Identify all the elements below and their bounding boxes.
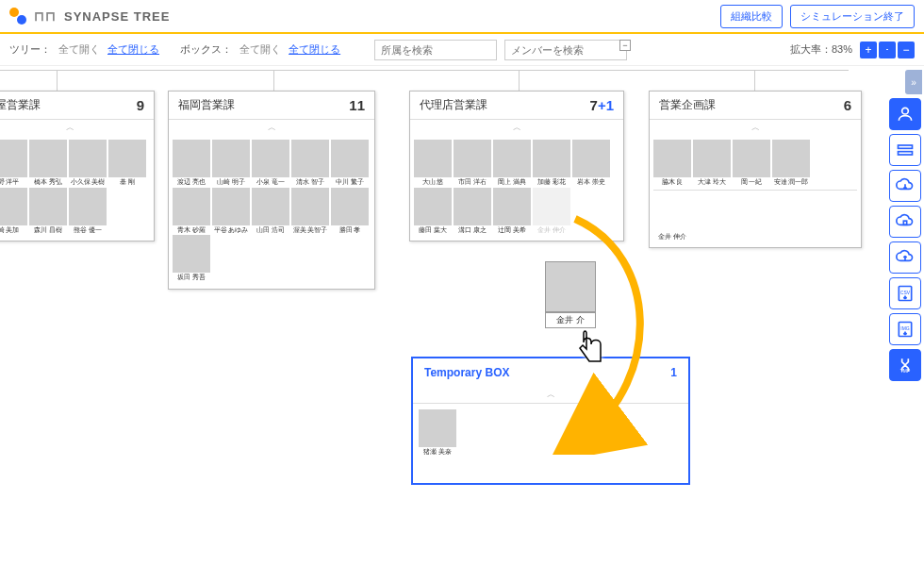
dept-title: 営業企画課 — [659, 97, 716, 113]
end-simulation-button[interactable]: シミュレーション終了 — [790, 5, 915, 28]
avatar — [69, 140, 107, 177]
org-compare-button[interactable]: 組織比較 — [720, 5, 783, 28]
dept-collapse-toggle[interactable]: ︿ — [169, 120, 374, 136]
member[interactable]: 基 剛 — [108, 140, 146, 186]
member[interactable]: 小泉 竜一 — [252, 140, 289, 186]
member[interactable]: 加藤 彩花 — [533, 140, 570, 186]
member[interactable]: 平谷 あゆみ — [212, 188, 250, 234]
avatar — [772, 140, 810, 177]
avatar — [331, 188, 369, 225]
member[interactable]: 猪瀬 美奈 — [419, 409, 456, 456]
avatar — [173, 188, 210, 225]
avatar — [212, 140, 250, 177]
member[interactable]: 山崎 明子 — [212, 140, 250, 186]
member-grid-additional: 金井 伸介 — [653, 194, 857, 241]
member-grid: 野 洋平 橋本 秀弘 小久保 美樹 基 剛 崎 美加 森川 昌樹 熊谷 優一 — [0, 140, 150, 233]
divider — [167, 44, 173, 56]
box-collapse-all[interactable]: 全て閉じる — [289, 42, 340, 57]
member[interactable]: 青木 砂羅 — [173, 188, 210, 234]
avatar — [291, 140, 329, 177]
member[interactable]: 安達 潤一郎 — [772, 140, 810, 186]
zoom-out-button[interactable]: − — [898, 42, 915, 58]
box-expand-all[interactable]: 全て開く — [239, 42, 281, 57]
member[interactable]: 辻岡 美希 — [493, 188, 531, 234]
avatar — [0, 140, 27, 177]
member[interactable]: 熊谷 優一 — [69, 188, 107, 234]
member[interactable]: 中川 繁子 — [331, 140, 369, 186]
member[interactable]: 森川 昌樹 — [29, 188, 67, 234]
sidebar-tool-tmp[interactable]: TMP — [889, 349, 921, 381]
avatar — [414, 140, 452, 177]
member[interactable]: 大津 玲大 — [693, 140, 731, 186]
avatar — [419, 409, 456, 447]
member[interactable]: 藤田 葉大 — [414, 188, 452, 234]
zoom-in-button[interactable]: + — [860, 42, 877, 58]
tree-collapse-toggle[interactable]: − — [619, 40, 631, 51]
avatar — [212, 188, 250, 225]
member[interactable]: 橋本 秀弘 — [29, 140, 67, 186]
app-logo-icon — [9, 8, 26, 25]
header-actions: 組織比較 シミュレーション終了 — [720, 5, 915, 28]
sidebar-collapse-handle[interactable]: » — [905, 70, 922, 94]
sidebar-tool-export-img[interactable]: IMG — [889, 313, 921, 345]
svg-point-0 — [902, 108, 909, 114]
tree-controls-label: ツリー： — [9, 42, 51, 57]
avatar — [69, 188, 107, 225]
dept-title: 屋営業課 — [0, 97, 41, 113]
sidebar-tool-person[interactable] — [889, 98, 921, 130]
member[interactable]: 勝田 孝 — [331, 188, 369, 234]
member[interactable]: 脇木 良 — [653, 140, 691, 186]
sidebar-tool-cloudférence-delete[interactable] — [889, 206, 921, 238]
member[interactable]: 岡上 満典 — [493, 140, 531, 186]
member[interactable]: 渥美 美智子 — [291, 188, 329, 234]
avatar — [572, 140, 610, 177]
sidebar-tool-org[interactable] — [889, 134, 921, 166]
member[interactable]: 小久保 美樹 — [69, 140, 107, 186]
org-canvas[interactable]: − 屋営業課 9 ︿ 野 洋平 橋本 秀弘 小久保 美樹 基 剛 崎 美加 森川… — [0, 68, 924, 566]
member[interactable]: 野 洋平 — [0, 140, 27, 186]
member-grid: 渡辺 亮也 山崎 明子 小泉 竜一 清水 智子 中川 繁子 青木 砂羅 平谷 あ… — [173, 140, 371, 281]
tree-expand-all[interactable]: 全て開く — [58, 42, 100, 57]
dept-card-fukuoka[interactable]: 福岡営業課 11 ︿ 渡辺 亮也 山崎 明子 小泉 竜一 清水 智子 中川 繁子… — [168, 91, 375, 290]
member[interactable]: 岡 一紀 — [733, 140, 770, 186]
member[interactable]: 清水 智子 — [291, 140, 329, 186]
dept-title: 代理店営業課 — [420, 97, 487, 113]
svg-text:TMP: TMP — [900, 368, 911, 374]
drag-member-name: 金井 介 — [545, 312, 596, 328]
avatar — [454, 140, 491, 177]
member[interactable]: 山田 浩司 — [252, 188, 289, 234]
dept-collapse-toggle[interactable]: ︿ — [410, 120, 623, 136]
dept-count: 9 — [137, 97, 144, 113]
sidebar-tool-cloud-download[interactable] — [889, 170, 921, 202]
member[interactable]: 市田 洋右 — [454, 140, 491, 186]
avatar — [108, 140, 146, 177]
tree-collapse-all[interactable]: 全て閉じる — [107, 42, 159, 57]
sidebar-tool-cloud-upload[interactable] — [889, 241, 921, 274]
avatar — [0, 188, 27, 225]
dept-header: 屋営業課 9 — [0, 92, 154, 120]
member[interactable]: 坂田 秀吾 — [173, 235, 210, 281]
member-grid: 脇木 良 大津 玲大 岡 一紀 安達 潤一郎 — [653, 140, 857, 186]
brand: ⊓⊓ SYNAPSE TREE — [9, 8, 170, 25]
zoom-controls: + ･ − — [860, 42, 915, 58]
sidebar-tool-export-csv[interactable]: CSV — [889, 277, 921, 309]
avatar — [545, 261, 596, 312]
drag-cursor-icon — [573, 330, 609, 378]
dept-collapse-toggle[interactable]: ︿ — [0, 120, 154, 136]
zoom-reset-button[interactable]: ･ — [879, 42, 896, 58]
member[interactable]: 岩本 崇史 — [572, 140, 610, 186]
dept-title: 福岡営業課 — [178, 97, 235, 113]
member[interactable]: 大山 悠 — [414, 140, 452, 186]
svg-rect-3 — [903, 221, 906, 225]
avatar — [414, 188, 452, 225]
member[interactable]: 崎 美加 — [0, 188, 27, 234]
search-member-input[interactable] — [504, 40, 627, 60]
dept-card-planning[interactable]: 営業企画課 6 ︿ 脇木 良 大津 玲大 岡 一紀 安達 潤一郎 金井 伸介 — [649, 91, 862, 248]
member[interactable]: 溝口 康之 — [454, 188, 491, 234]
dept-card-nagoya[interactable]: 屋営業課 9 ︿ 野 洋平 橋本 秀弘 小久保 美樹 基 剛 崎 美加 森川 昌… — [0, 91, 155, 241]
search-org-input[interactable] — [374, 40, 497, 60]
member[interactable]: 渡辺 亮也 — [173, 140, 210, 186]
svg-text:IMG: IMG — [900, 325, 910, 331]
dragging-member[interactable]: 金井 介 — [545, 261, 596, 328]
dept-collapse-toggle[interactable]: ︿ — [650, 120, 861, 136]
